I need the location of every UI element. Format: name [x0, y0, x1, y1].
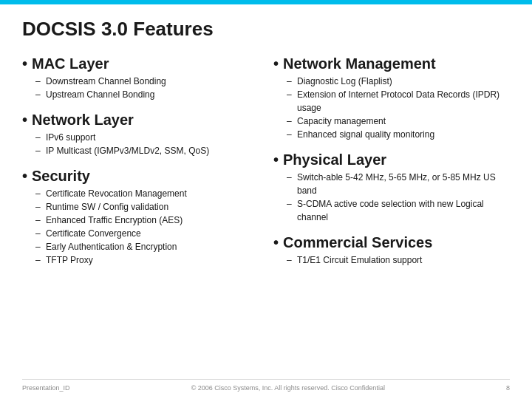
footer-left: Presentation_ID	[22, 384, 70, 392]
sub-items-2: –Certificate Revocation Management–Runti…	[22, 187, 259, 267]
bullet-dot: •	[273, 151, 279, 168]
section-0: •MAC Layer–Downstream Channel Bonding–Up…	[22, 55, 259, 101]
item-text: Enhanced Traffic Encryption (AES)	[46, 214, 183, 227]
dash-icon: –	[35, 88, 43, 101]
section-0: •Network Management–Diagnostic Log (Flap…	[273, 55, 510, 141]
dash-icon: –	[287, 128, 294, 141]
dash-icon: –	[287, 253, 294, 267]
item-text: T1/E1 Circuit Emulation support	[297, 253, 422, 267]
section-label: Commercial Services	[283, 234, 432, 251]
list-item: –Diagnostic Log (Flaplist)	[287, 75, 510, 88]
dash-icon: –	[287, 197, 294, 224]
item-text: S-CDMA active code selection with new Lo…	[297, 197, 510, 224]
page-title: DOCSIS 3.0 Features	[22, 18, 510, 45]
item-text: IP Multicast (IGMPv3/MLDv2, SSM, QoS)	[46, 144, 209, 157]
section-1: •Network Layer–IPv6 support–IP Multicast…	[22, 112, 259, 157]
footer-right: 8	[506, 384, 510, 392]
dash-icon: –	[35, 144, 43, 157]
list-item: –Certificate Convergence	[35, 227, 259, 240]
section-header-0: •MAC Layer	[22, 55, 259, 72]
list-item: –S-CDMA active code selection with new L…	[287, 197, 510, 224]
item-text: Enhanced signal quality monitoring	[297, 128, 434, 141]
list-item: –Upstream Channel Bonding	[35, 88, 259, 101]
list-item: –Capacity management	[287, 115, 510, 128]
sub-items-1: –IPv6 support–IP Multicast (IGMPv3/MLDv2…	[22, 131, 259, 157]
item-text: IPv6 support	[46, 131, 95, 144]
item-text: Extension of Internet Protocol Data Reco…	[297, 88, 510, 115]
footer: Presentation_ID © 2006 Cisco Systems, In…	[22, 379, 510, 392]
section-header-2: •Commercial Services	[273, 234, 510, 251]
dash-icon: –	[287, 75, 294, 88]
section-2: •Security–Certificate Revocation Managem…	[22, 168, 259, 267]
item-text: Early Authentication & Encryption	[46, 240, 177, 253]
list-item: –T1/E1 Circuit Emulation support	[287, 253, 510, 267]
list-item: –IPv6 support	[35, 131, 259, 144]
item-text: Switch-able 5-42 MHz, 5-65 MHz, or 5-85 …	[297, 171, 510, 197]
item-text: Certificate Convergence	[46, 227, 141, 240]
dash-icon: –	[35, 227, 43, 240]
list-item: –Extension of Internet Protocol Data Rec…	[287, 88, 510, 115]
sub-items-1: –Switch-able 5-42 MHz, 5-65 MHz, or 5-85…	[273, 171, 510, 224]
section-label: Network Layer	[32, 112, 134, 129]
left-column: •MAC Layer–Downstream Channel Bonding–Up…	[22, 55, 259, 379]
sub-items-0: –Downstream Channel Bonding–Upstream Cha…	[22, 75, 259, 101]
item-text: Certificate Revocation Management	[46, 187, 187, 200]
footer-center: © 2006 Cisco Systems, Inc. All rights re…	[191, 384, 385, 392]
bullet-dot: •	[273, 234, 279, 251]
slide: DOCSIS 3.0 Features •MAC Layer–Downstrea…	[0, 4, 532, 399]
list-item: –Enhanced signal quality monitoring	[287, 128, 510, 141]
section-label: Physical Layer	[283, 151, 386, 168]
item-text: Diagnostic Log (Flaplist)	[297, 75, 392, 88]
section-header-0: •Network Management	[273, 55, 510, 72]
dash-icon: –	[35, 131, 43, 144]
dash-icon: –	[35, 240, 43, 253]
section-label: Network Management	[283, 55, 436, 72]
list-item: –IP Multicast (IGMPv3/MLDv2, SSM, QoS)	[35, 144, 259, 157]
dash-icon: –	[287, 171, 294, 197]
list-item: –Certificate Revocation Management	[35, 187, 259, 200]
dash-icon: –	[35, 214, 43, 227]
list-item: –Early Authentication & Encryption	[35, 240, 259, 253]
dash-icon: –	[287, 115, 294, 128]
bullet-dot: •	[22, 55, 27, 72]
sub-items-0: –Diagnostic Log (Flaplist)–Extension of …	[273, 75, 510, 141]
list-item: –TFTP Proxy	[35, 253, 259, 267]
dash-icon: –	[35, 187, 43, 200]
section-label: MAC Layer	[32, 55, 109, 72]
item-text: Upstream Channel Bonding	[46, 88, 154, 101]
item-text: TFTP Proxy	[46, 253, 93, 267]
section-1: •Physical Layer–Switch-able 5-42 MHz, 5-…	[273, 151, 510, 224]
bullet-dot: •	[273, 55, 279, 72]
sub-items-2: –T1/E1 Circuit Emulation support	[273, 253, 510, 267]
section-header-1: •Network Layer	[22, 112, 259, 129]
list-item: –Switch-able 5-42 MHz, 5-65 MHz, or 5-85…	[287, 171, 510, 197]
bullet-dot: •	[22, 112, 27, 129]
list-item: –Downstream Channel Bonding	[35, 75, 259, 88]
item-text: Capacity management	[297, 115, 386, 128]
dash-icon: –	[35, 253, 43, 267]
list-item: –Runtime SW / Config validation	[35, 200, 259, 214]
section-header-2: •Security	[22, 168, 259, 185]
bullet-dot: •	[22, 168, 27, 185]
item-text: Downstream Channel Bonding	[46, 75, 166, 88]
content-area: •MAC Layer–Downstream Channel Bonding–Up…	[22, 55, 510, 379]
section-header-1: •Physical Layer	[273, 151, 510, 168]
item-text: Runtime SW / Config validation	[46, 200, 168, 214]
list-item: –Enhanced Traffic Encryption (AES)	[35, 214, 259, 227]
dash-icon: –	[35, 75, 43, 88]
section-2: •Commercial Services–T1/E1 Circuit Emula…	[273, 234, 510, 267]
dash-icon: –	[35, 200, 43, 214]
section-label: Security	[32, 168, 90, 185]
right-column: •Network Management–Diagnostic Log (Flap…	[273, 55, 510, 379]
dash-icon: –	[287, 88, 294, 115]
